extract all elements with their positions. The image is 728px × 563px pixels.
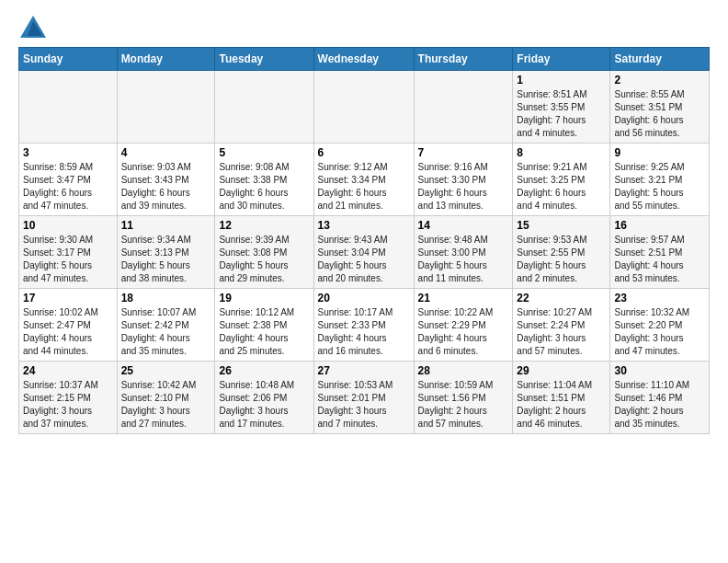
day-number: 5 bbox=[219, 146, 309, 159]
calendar-cell: 1Sunrise: 8:51 AMSunset: 3:55 PMDaylight… bbox=[513, 71, 610, 144]
day-detail: Sunrise: 10:53 AMSunset: 2:01 PMDaylight… bbox=[318, 379, 410, 431]
day-number: 3 bbox=[23, 146, 113, 159]
calendar-cell: 17Sunrise: 10:02 AMSunset: 2:47 PMDaylig… bbox=[19, 289, 118, 362]
day-number: 23 bbox=[614, 292, 705, 304]
day-number: 17 bbox=[23, 292, 113, 304]
day-detail: Sunrise: 9:12 AMSunset: 3:34 PMDaylight:… bbox=[318, 161, 410, 213]
day-number: 30 bbox=[614, 364, 705, 377]
calendar-header-row: SundayMondayTuesdayWednesdayThursdayFrid… bbox=[19, 48, 710, 71]
calendar-cell: 21Sunrise: 10:22 AMSunset: 2:29 PMDaylig… bbox=[414, 289, 513, 362]
calendar-cell bbox=[313, 71, 414, 144]
calendar-cell: 26Sunrise: 10:48 AMSunset: 2:06 PMDaylig… bbox=[215, 362, 313, 434]
day-detail: Sunrise: 9:25 AMSunset: 3:21 PMDaylight:… bbox=[614, 161, 705, 213]
calendar-week-2: 3Sunrise: 8:59 AMSunset: 3:47 PMDaylight… bbox=[19, 144, 710, 216]
day-detail: Sunrise: 9:39 AMSunset: 3:08 PMDaylight:… bbox=[219, 234, 309, 285]
header-thursday: Thursday bbox=[414, 48, 513, 71]
day-detail: Sunrise: 10:07 AMSunset: 2:42 PMDaylight… bbox=[121, 306, 211, 358]
calendar-cell: 10Sunrise: 9:30 AMSunset: 3:17 PMDayligh… bbox=[19, 216, 118, 289]
header bbox=[18, 14, 710, 40]
calendar-cell bbox=[215, 71, 313, 144]
day-detail: Sunrise: 9:53 AMSunset: 2:55 PMDaylight:… bbox=[517, 234, 606, 285]
header-tuesday: Tuesday bbox=[215, 48, 313, 71]
calendar-week-4: 17Sunrise: 10:02 AMSunset: 2:47 PMDaylig… bbox=[19, 289, 710, 362]
calendar-week-1: 1Sunrise: 8:51 AMSunset: 3:55 PMDaylight… bbox=[19, 71, 710, 144]
calendar-cell: 7Sunrise: 9:16 AMSunset: 3:30 PMDaylight… bbox=[414, 144, 513, 216]
calendar-page: SundayMondayTuesdayWednesdayThursdayFrid… bbox=[0, 0, 728, 443]
day-number: 6 bbox=[318, 146, 410, 159]
header-saturday: Saturday bbox=[610, 48, 710, 71]
day-number: 19 bbox=[219, 292, 309, 304]
day-detail: Sunrise: 9:57 AMSunset: 2:51 PMDaylight:… bbox=[614, 234, 705, 285]
day-detail: Sunrise: 10:48 AMSunset: 2:06 PMDaylight… bbox=[219, 379, 309, 431]
day-detail: Sunrise: 9:21 AMSunset: 3:25 PMDaylight:… bbox=[517, 161, 606, 213]
day-detail: Sunrise: 10:37 AMSunset: 2:15 PMDaylight… bbox=[23, 379, 113, 431]
day-detail: Sunrise: 9:16 AMSunset: 3:30 PMDaylight:… bbox=[418, 161, 509, 213]
day-detail: Sunrise: 10:17 AMSunset: 2:33 PMDaylight… bbox=[318, 306, 410, 358]
day-number: 12 bbox=[219, 219, 309, 232]
header-friday: Friday bbox=[513, 48, 610, 71]
day-detail: Sunrise: 10:32 AMSunset: 2:20 PMDaylight… bbox=[614, 306, 705, 358]
calendar-cell: 18Sunrise: 10:07 AMSunset: 2:42 PMDaylig… bbox=[117, 289, 215, 362]
day-number: 29 bbox=[517, 364, 606, 377]
day-detail: Sunrise: 9:48 AMSunset: 3:00 PMDaylight:… bbox=[418, 234, 509, 285]
day-number: 21 bbox=[418, 292, 509, 304]
calendar-cell: 29Sunrise: 11:04 AMSunset: 1:51 PMDaylig… bbox=[513, 362, 610, 434]
day-number: 9 bbox=[614, 146, 705, 159]
day-detail: Sunrise: 10:02 AMSunset: 2:47 PMDaylight… bbox=[23, 306, 113, 358]
calendar-cell: 24Sunrise: 10:37 AMSunset: 2:15 PMDaylig… bbox=[19, 362, 118, 434]
logo bbox=[18, 14, 51, 40]
logo-icon bbox=[18, 14, 48, 40]
day-number: 20 bbox=[318, 292, 410, 304]
day-number: 24 bbox=[23, 364, 113, 377]
day-detail: Sunrise: 11:10 AMSunset: 1:46 PMDaylight… bbox=[614, 379, 705, 431]
day-number: 18 bbox=[121, 292, 211, 304]
calendar-cell bbox=[19, 71, 118, 144]
calendar-cell bbox=[117, 71, 215, 144]
calendar-cell bbox=[414, 71, 513, 144]
calendar-cell: 9Sunrise: 9:25 AMSunset: 3:21 PMDaylight… bbox=[610, 144, 710, 216]
calendar-cell: 3Sunrise: 8:59 AMSunset: 3:47 PMDaylight… bbox=[19, 144, 118, 216]
day-detail: Sunrise: 8:51 AMSunset: 3:55 PMDaylight:… bbox=[517, 88, 606, 140]
calendar-cell: 5Sunrise: 9:08 AMSunset: 3:38 PMDaylight… bbox=[215, 144, 313, 216]
calendar-cell: 25Sunrise: 10:42 AMSunset: 2:10 PMDaylig… bbox=[117, 362, 215, 434]
calendar-cell: 16Sunrise: 9:57 AMSunset: 2:51 PMDayligh… bbox=[610, 216, 710, 289]
calendar-cell: 12Sunrise: 9:39 AMSunset: 3:08 PMDayligh… bbox=[215, 216, 313, 289]
day-detail: Sunrise: 10:12 AMSunset: 2:38 PMDaylight… bbox=[219, 306, 309, 358]
day-number: 16 bbox=[614, 219, 705, 232]
calendar-cell: 4Sunrise: 9:03 AMSunset: 3:43 PMDaylight… bbox=[117, 144, 215, 216]
calendar-cell: 11Sunrise: 9:34 AMSunset: 3:13 PMDayligh… bbox=[117, 216, 215, 289]
day-detail: Sunrise: 10:59 AMSunset: 1:56 PMDaylight… bbox=[418, 379, 509, 431]
calendar-cell: 28Sunrise: 10:59 AMSunset: 1:56 PMDaylig… bbox=[414, 362, 513, 434]
calendar-cell: 8Sunrise: 9:21 AMSunset: 3:25 PMDaylight… bbox=[513, 144, 610, 216]
day-detail: Sunrise: 11:04 AMSunset: 1:51 PMDaylight… bbox=[517, 379, 606, 431]
day-number: 13 bbox=[318, 219, 410, 232]
calendar-cell: 22Sunrise: 10:27 AMSunset: 2:24 PMDaylig… bbox=[513, 289, 610, 362]
day-detail: Sunrise: 10:22 AMSunset: 2:29 PMDaylight… bbox=[418, 306, 509, 358]
header-sunday: Sunday bbox=[19, 48, 118, 71]
calendar-cell: 23Sunrise: 10:32 AMSunset: 2:20 PMDaylig… bbox=[610, 289, 710, 362]
day-number: 22 bbox=[517, 292, 606, 304]
calendar-cell: 30Sunrise: 11:10 AMSunset: 1:46 PMDaylig… bbox=[610, 362, 710, 434]
day-detail: Sunrise: 9:08 AMSunset: 3:38 PMDaylight:… bbox=[219, 161, 309, 213]
day-number: 28 bbox=[418, 364, 509, 377]
calendar-cell: 19Sunrise: 10:12 AMSunset: 2:38 PMDaylig… bbox=[215, 289, 313, 362]
day-detail: Sunrise: 10:27 AMSunset: 2:24 PMDaylight… bbox=[517, 306, 606, 358]
day-number: 14 bbox=[418, 219, 509, 232]
header-wednesday: Wednesday bbox=[313, 48, 414, 71]
calendar-cell: 6Sunrise: 9:12 AMSunset: 3:34 PMDaylight… bbox=[313, 144, 414, 216]
day-number: 4 bbox=[121, 146, 211, 159]
calendar-week-5: 24Sunrise: 10:37 AMSunset: 2:15 PMDaylig… bbox=[19, 362, 710, 434]
calendar-cell: 14Sunrise: 9:48 AMSunset: 3:00 PMDayligh… bbox=[414, 216, 513, 289]
day-number: 26 bbox=[219, 364, 309, 377]
day-detail: Sunrise: 8:55 AMSunset: 3:51 PMDaylight:… bbox=[614, 88, 705, 140]
day-detail: Sunrise: 9:34 AMSunset: 3:13 PMDaylight:… bbox=[121, 234, 211, 285]
calendar-cell: 27Sunrise: 10:53 AMSunset: 2:01 PMDaylig… bbox=[313, 362, 414, 434]
calendar-cell: 20Sunrise: 10:17 AMSunset: 2:33 PMDaylig… bbox=[313, 289, 414, 362]
day-number: 25 bbox=[121, 364, 211, 377]
day-detail: Sunrise: 10:42 AMSunset: 2:10 PMDaylight… bbox=[121, 379, 211, 431]
calendar-cell: 2Sunrise: 8:55 AMSunset: 3:51 PMDaylight… bbox=[610, 71, 710, 144]
day-number: 1 bbox=[517, 74, 606, 86]
day-detail: Sunrise: 9:03 AMSunset: 3:43 PMDaylight:… bbox=[121, 161, 211, 213]
day-detail: Sunrise: 8:59 AMSunset: 3:47 PMDaylight:… bbox=[23, 161, 113, 213]
header-monday: Monday bbox=[117, 48, 215, 71]
